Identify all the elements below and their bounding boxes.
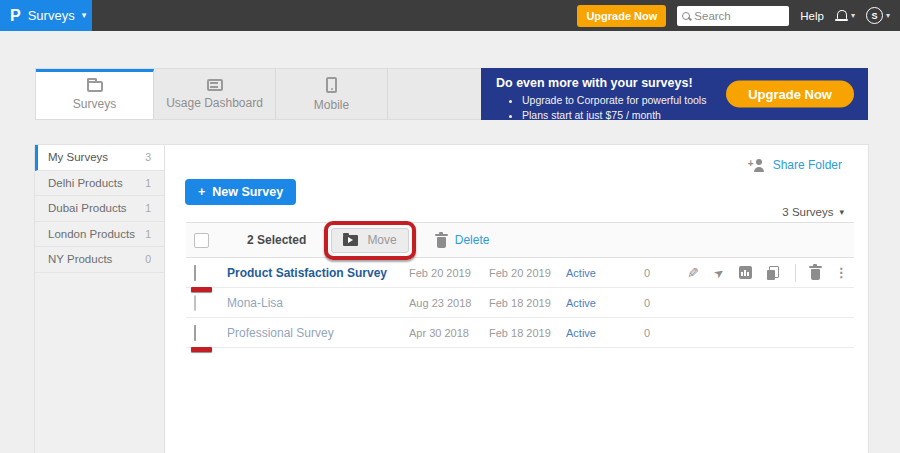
move-button[interactable]: Move [331,228,408,253]
delete-label: Delete [455,233,490,247]
product-switcher[interactable]: P Surveys ▾ [0,0,92,31]
trash-icon[interactable] [811,269,820,280]
survey-list: 2 Selected Move Delete [186,222,854,348]
chevron-down-icon: ▾ [839,207,844,217]
row-checkbox[interactable] [194,265,196,281]
product-name: Surveys [28,8,75,23]
send-icon[interactable]: ➤ [711,265,726,281]
move-to-folder-icon [343,235,358,246]
upgrade-now-button[interactable]: Upgrade Now [577,5,666,27]
proprofs-logo: P [10,8,21,24]
notifications-menu[interactable]: ▾ [835,9,855,22]
tab-mobile[interactable]: Mobile [276,69,388,119]
search-icon [682,12,690,20]
modified-date: Feb 18 2019 [489,327,566,339]
folder-label: Dubai Products [48,202,127,214]
avatar: S [866,7,883,24]
upgrade-now-cta-button[interactable]: Upgrade Now [726,81,854,108]
modified-date: Feb 20 2019 [489,267,566,279]
row-checkbox-cell [194,296,210,310]
status-badge: Active [566,297,644,309]
new-survey-button[interactable]: + New Survey [185,179,296,205]
folder-count: 3 [145,151,151,163]
trash-icon [437,237,446,248]
tab-usage-dashboard[interactable]: Usage Dashboard [154,69,276,119]
survey-name-link[interactable]: Product Satisfaction Survey [227,266,409,280]
folder-icon [87,81,103,92]
mobile-phone-icon [326,77,337,93]
actions-divider [795,264,796,282]
duplicate-icon[interactable] [767,266,780,280]
responses-count: 0 [644,267,687,279]
folder-label: My Surveys [48,151,108,163]
modified-date: Feb 18 2019 [489,297,566,309]
row-checkbox-cell [194,266,210,280]
search-box[interactable] [677,6,789,26]
sidebar-item-ny-products[interactable]: NY Products 0 [35,247,164,273]
created-date: Apr 30 2018 [409,327,489,339]
sidebar-item-dubai-products[interactable]: Dubai Products 1 [35,196,164,222]
tab-surveys[interactable]: Surveys [36,69,154,119]
topbar-controls: Upgrade Now Help ▾ S ▾ [577,5,900,27]
folder-count: 1 [145,177,151,189]
responses-count: 0 [644,297,687,309]
delete-button[interactable]: Delete [437,233,490,248]
surveys-count-label: 3 Surveys [782,206,833,218]
sidebar-item-london-products[interactable]: London Products 1 [35,222,164,248]
help-link[interactable]: Help [800,10,824,22]
folder-count: 1 [145,228,151,240]
folder-count: 0 [145,253,151,265]
promo-banner: Do even more with your surveys! Upgrade … [481,68,868,120]
share-person-icon [748,159,765,172]
table-row: Mona-Lisa Aug 23 2018 Feb 18 2019 Active… [186,288,854,318]
tab-strip-filler [388,69,481,119]
selected-count-label: 2 Selected [247,233,306,247]
tab-label: Mobile [314,98,349,112]
edit-icon[interactable]: ✎ [687,266,699,280]
chevron-down-icon: ▾ [851,9,855,22]
responses-count: 0 [644,327,687,339]
search-input[interactable] [694,10,780,22]
share-folder-label: Share Folder [773,158,842,172]
sidebar-item-delhi-products[interactable]: Delhi Products 1 [35,171,164,197]
bell-icon [835,9,848,22]
row-checkbox[interactable] [194,325,196,341]
reports-icon[interactable] [739,266,752,279]
move-label: Move [367,233,396,247]
row-checkbox[interactable] [194,295,196,311]
top-bar: P Surveys ▾ Upgrade Now Help ▾ S ▾ [0,0,900,31]
survey-name-link[interactable]: Professional Survey [227,326,409,340]
move-button-wrap: Move [331,228,408,253]
chevron-down-icon: ▾ [886,9,890,22]
folder-label: NY Products [48,253,112,265]
sidebar-item-my-surveys[interactable]: My Surveys 3 [35,145,164,171]
surveys-count-dropdown[interactable]: 3 Surveys ▾ [782,206,844,218]
folder-count: 1 [145,202,151,214]
chevron-down-icon: ▾ [82,11,87,20]
red-underline-annotation [191,287,212,292]
select-all-checkbox[interactable] [194,233,209,248]
more-options-icon[interactable]: ⋮ [835,266,848,279]
tab-label: Surveys [73,97,116,111]
account-menu[interactable]: S ▾ [866,7,890,24]
status-badge: Active [566,327,644,339]
table-row: Product Satisfaction Survey Feb 20 2019 … [186,258,854,288]
tab-strip: Surveys Usage Dashboard Mobile [35,68,481,120]
surveys-main-panel: Share Folder + New Survey 3 Surveys ▾ 2 … [165,145,868,453]
row-actions: ✎ ➤ ⋮ [687,264,848,282]
red-underline-annotation [191,347,212,352]
row-checkbox-cell [194,326,210,340]
folder-label: London Products [48,228,135,240]
status-badge: Active [566,267,644,279]
tabs-banner-row: Surveys Usage Dashboard Mobile Do even m… [35,68,868,120]
promo-bullet: Plans start at just $75 / month [522,108,868,123]
dashboard-icon [207,79,223,91]
share-folder-link[interactable]: Share Folder [748,158,842,172]
new-survey-label: New Survey [212,185,283,199]
content-panel: My Surveys 3 Delhi Products 1 Dubai Prod… [35,145,868,453]
table-row: Professional Survey Apr 30 2018 Feb 18 2… [186,318,854,348]
plus-icon: + [198,185,205,199]
selection-toolbar: 2 Selected Move Delete [186,222,854,258]
folder-label: Delhi Products [48,177,123,189]
survey-name-link[interactable]: Mona-Lisa [227,296,409,310]
